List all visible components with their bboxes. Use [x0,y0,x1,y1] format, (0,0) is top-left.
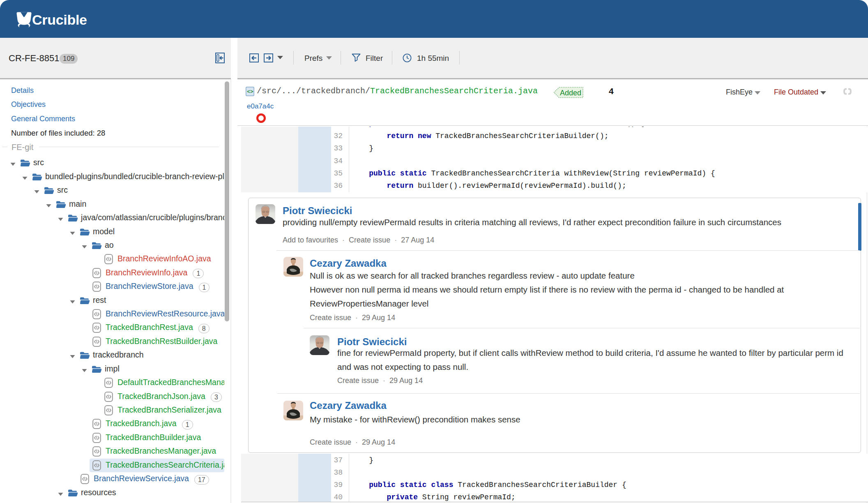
svg-text:Added: Added [560,89,581,97]
svg-text:<>: <> [247,89,253,95]
